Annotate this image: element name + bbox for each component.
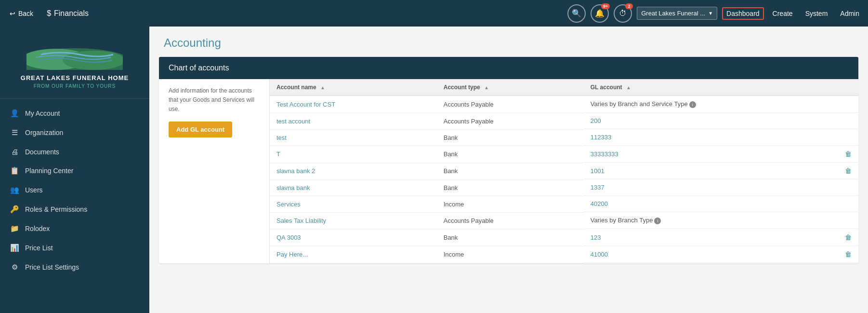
sidebar-item-label: Rolodex — [25, 225, 50, 232]
table-row: Sales Tax LiabilityAccounts PayableVarie… — [270, 212, 858, 229]
sidebar-item-label: Users — [25, 186, 43, 194]
sidebar-menu: 👤 My Account ☰ Organization 🖨 Documents … — [0, 99, 149, 282]
chart-of-accounts-section: Chart of accounts Add information for th… — [159, 57, 858, 263]
account-type-cell: Accounts Payable — [437, 96, 584, 113]
logo-graphic — [26, 36, 123, 70]
sidebar-item-documents[interactable]: 🖨 Documents — [0, 142, 149, 161]
org-dropdown[interactable]: Great Lakes Funeral ... ▼ — [637, 7, 717, 20]
back-arrow-icon: ↩ — [10, 10, 15, 17]
page-header: Accounting — [149, 27, 868, 57]
account-name-cell[interactable]: T — [270, 146, 437, 163]
table-row: Test Account for CSTAccounts PayableVari… — [270, 96, 858, 113]
sidebar-item-price-list-settings[interactable]: ⚙ Price List Settings — [0, 258, 149, 277]
clock-icon: ⏱ — [619, 9, 627, 18]
system-link[interactable]: System — [802, 8, 832, 19]
gear-icon: ⚙ — [10, 263, 19, 272]
delete-icon[interactable]: 🗑 — [845, 167, 852, 175]
sidebar-item-label: My Account — [25, 109, 60, 117]
sidebar-item-price-list[interactable]: 📊 Price List — [0, 238, 149, 258]
chart-table-wrapper: Account name ▲ Account type ▲ GL account… — [270, 79, 858, 263]
account-type-cell: Bank — [437, 179, 584, 196]
gl-account-cell: 1001🗑 — [584, 163, 858, 179]
table-row: QA 3003Bank123🗑 — [270, 229, 858, 246]
account-type-cell: Income — [437, 246, 584, 263]
printer-icon: 🖨 — [10, 148, 19, 156]
gl-account-cell: 33333333🗑 — [584, 146, 858, 163]
dashboard-link[interactable]: Dashboard — [722, 7, 764, 20]
gl-account-cell: Varies by Branch Typei — [584, 212, 858, 229]
org-name: Great Lakes Funeral ... — [641, 10, 705, 17]
table-row: Pay Here...Income41000🗑 — [270, 246, 858, 263]
account-type-cell: Bank — [437, 129, 584, 146]
account-name-cell[interactable]: test — [270, 129, 437, 146]
sidebar-item-planning-center[interactable]: 📋 Planning Center — [0, 161, 149, 180]
account-name-cell[interactable]: slavna bank 2 — [270, 163, 437, 179]
sidebar-item-label: Planning Center — [25, 167, 73, 175]
account-name-cell[interactable]: QA 3003 — [270, 229, 437, 246]
gl-account-cell: Varies by Branch and Service Typei — [584, 96, 858, 113]
account-type-cell: Accounts Payable — [437, 113, 584, 129]
account-type-cell: Bank — [437, 163, 584, 179]
main-layout: Great Lakes Funeral Home From Our Family… — [0, 27, 868, 313]
sort-arrow-account-type: ▲ — [484, 85, 489, 90]
delete-icon[interactable]: 🗑 — [845, 150, 852, 158]
notifications-badge: 9+ — [601, 3, 610, 9]
list-icon: ☰ — [10, 128, 19, 137]
sidebar-item-users[interactable]: 👥 Users — [0, 180, 149, 200]
account-name-cell[interactable]: Test Account for CST — [270, 96, 437, 113]
gl-account-cell: 200 — [584, 113, 858, 129]
sort-arrow-account-name: ▲ — [320, 85, 325, 90]
sidebar-item-organization[interactable]: ☰ Organization — [0, 123, 149, 142]
sidebar-item-label: Price List Settings — [25, 263, 79, 271]
sidebar-item-label: Price List — [25, 244, 53, 252]
financials-section: $ Financials — [47, 9, 89, 18]
info-icon[interactable]: i — [689, 101, 696, 108]
back-button[interactable]: ↩ Back — [5, 8, 38, 19]
table-row: test accountAccounts Payable200 — [270, 113, 858, 129]
sidebar-item-roles-permissions[interactable]: 🔑 Roles & Permissions — [0, 200, 149, 219]
column-account-name[interactable]: Account name ▲ — [270, 79, 437, 96]
sidebar-item-rolodex[interactable]: 📁 Rolodex — [0, 219, 149, 238]
clock-button[interactable]: ⏱ 2 — [614, 4, 632, 23]
add-gl-account-button[interactable]: Add GL account — [169, 122, 232, 137]
account-name-cell[interactable]: Sales Tax Liability — [270, 212, 437, 229]
top-nav-right: 🔍 🔔 9+ ⏱ 2 Great Lakes Funeral ... ▼ Das… — [567, 4, 863, 23]
folder-icon: 📁 — [10, 224, 19, 233]
gl-account-cell: 112333 — [584, 129, 858, 146]
dollar-icon: $ — [47, 9, 51, 18]
sidebar-item-label: Organization — [25, 129, 63, 136]
sidebar-item-label: Documents — [25, 148, 59, 156]
gl-account-cell: 40200 — [584, 196, 858, 212]
delete-icon[interactable]: 🗑 — [845, 250, 852, 258]
logo-tagline: From Our Family To Yours — [10, 83, 140, 89]
sidebar-item-label: Roles & Permissions — [25, 205, 87, 213]
financials-label: Financials — [54, 9, 89, 18]
account-type-cell: Bank — [437, 229, 584, 246]
sidebar-item-my-account[interactable]: 👤 My Account — [0, 104, 149, 123]
table-row: slavna bank 2Bank1001🗑 — [270, 163, 858, 179]
bell-icon: 🔔 — [595, 9, 605, 18]
top-navigation: ↩ Back $ Financials 🔍 🔔 9+ ⏱ 2 Great Lak… — [0, 0, 868, 27]
account-name-cell[interactable]: Services — [270, 196, 437, 212]
search-icon: 🔍 — [572, 9, 581, 18]
chart-body: Add information for the accounts that yo… — [159, 79, 858, 263]
admin-link[interactable]: Admin — [836, 8, 863, 19]
content-area: Accounting Chart of accounts Add informa… — [149, 27, 868, 313]
create-link[interactable]: Create — [769, 8, 797, 19]
delete-icon[interactable]: 🗑 — [845, 233, 852, 241]
accounts-table: Account name ▲ Account type ▲ GL account… — [270, 79, 858, 263]
search-button[interactable]: 🔍 — [567, 4, 586, 23]
users-icon: 👥 — [10, 186, 19, 194]
account-name-cell[interactable]: slavna bank — [270, 179, 437, 196]
info-icon[interactable]: i — [654, 218, 661, 224]
sidebar: Great Lakes Funeral Home From Our Family… — [0, 27, 149, 313]
notifications-button[interactable]: 🔔 9+ — [591, 4, 609, 23]
account-name-cell[interactable]: test account — [270, 113, 437, 129]
column-gl-account[interactable]: GL account ▲ — [584, 79, 858, 96]
column-account-type[interactable]: Account type ▲ — [437, 79, 584, 96]
table-row: TBank33333333🗑 — [270, 146, 858, 163]
back-label: Back — [18, 10, 33, 17]
table-row: testBank112333 — [270, 129, 858, 146]
sidebar-logo: Great Lakes Funeral Home From Our Family… — [0, 27, 149, 99]
account-name-cell[interactable]: Pay Here... — [270, 246, 437, 263]
